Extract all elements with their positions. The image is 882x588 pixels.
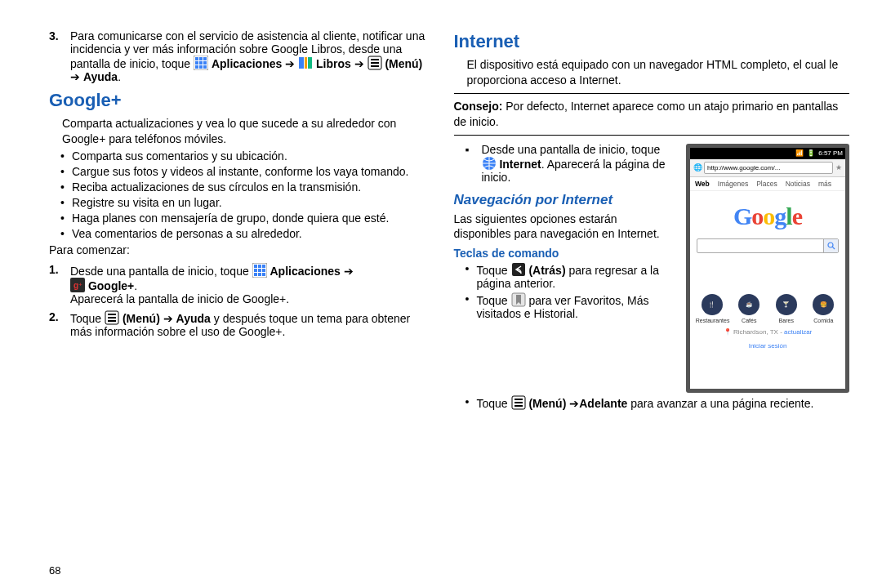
svg-point-37 xyxy=(828,243,833,247)
tab-news[interactable]: Noticias xyxy=(786,180,810,188)
category-row: 🍴Restaurantes ☕Cafés 🍸Bares 🍔Comida xyxy=(690,294,845,323)
label-menu: (Menú) xyxy=(122,312,160,325)
svg-line-38 xyxy=(832,247,835,249)
svg-rect-3 xyxy=(203,57,207,60)
bullet-item: •Cargue sus fotos y videos al instante, … xyxy=(49,165,430,178)
heading-teclas: Teclas de comando xyxy=(454,247,677,260)
tab-more[interactable]: más xyxy=(818,180,831,188)
label-ayuda: Ayuda xyxy=(83,70,118,83)
refresh-location-link[interactable]: actualizar xyxy=(784,328,812,336)
search-input[interactable] xyxy=(697,238,839,253)
back-key-icon xyxy=(511,262,526,277)
svg-rect-21 xyxy=(254,269,257,272)
svg-rect-6 xyxy=(203,61,207,65)
cmd-bullet: • Toque (Menú) ➔Adelante para avanzar a … xyxy=(454,395,850,410)
label-adelante: Adelante xyxy=(579,397,627,410)
apps-grid-icon xyxy=(252,263,267,278)
svg-rect-25 xyxy=(258,273,261,276)
consejo-label: Consejo: xyxy=(454,100,503,113)
arrow: ➔ xyxy=(354,57,364,70)
status-bar: 📶 🔋 6:57 PM xyxy=(690,148,845,159)
cat-restaurants[interactable]: 🍴Restaurantes xyxy=(696,294,728,323)
label-googleplus: Google+ xyxy=(88,279,134,292)
svg-rect-22 xyxy=(258,269,261,272)
nav-intro: Las siguientes opciones estarán disponib… xyxy=(454,212,677,243)
location-line: 📍 Richardson, TX - actualizar xyxy=(690,328,845,336)
books-icon xyxy=(298,56,313,70)
svg-rect-10 xyxy=(299,57,304,69)
apps-grid-icon xyxy=(194,56,208,70)
googleplus-icon: g+ xyxy=(70,278,85,292)
cat-food[interactable]: 🍔Comida xyxy=(807,294,840,323)
bookmark-star-icon[interactable]: ★ xyxy=(835,163,842,172)
divider xyxy=(454,135,850,136)
gplus-step-2: 2. Toque (Menú) ➔ Ayuda y después toque … xyxy=(49,310,430,338)
para-comenzar: Para comenzar: xyxy=(49,243,430,258)
internet-intro: El dispositivo está equipado con un nave… xyxy=(454,57,850,88)
label-menu: (Menú) xyxy=(528,397,566,410)
square-bullet-icon: ▪ xyxy=(466,143,482,184)
svg-rect-33 xyxy=(108,320,116,322)
step-3: 3. Para comunicarse con el servicio de a… xyxy=(49,29,430,83)
svg-rect-16 xyxy=(371,65,379,67)
divider xyxy=(454,93,850,94)
bullet-item: •Vea comentarios de personas a su alrede… xyxy=(49,227,430,240)
cat-cafes[interactable]: ☕Cafés xyxy=(733,294,765,323)
svg-rect-19 xyxy=(258,265,261,268)
svg-rect-31 xyxy=(108,314,116,315)
bookmark-icon xyxy=(511,292,526,307)
svg-rect-9 xyxy=(203,65,207,69)
cmd-bullet: • Toque (Atrás) para regresar a la págin… xyxy=(454,262,677,290)
label-menu: (Menú) xyxy=(385,57,422,70)
menu-icon xyxy=(368,56,382,70)
wifi-icon: 📶 xyxy=(795,149,804,157)
menu-icon xyxy=(511,395,526,410)
bullet-item: •Comparta sus comentarios y su ubicación… xyxy=(49,149,430,163)
svg-rect-4 xyxy=(195,61,198,65)
sign-in-link[interactable]: Iniciar sesión xyxy=(690,342,845,350)
search-icon[interactable] xyxy=(823,239,838,252)
heading-internet: Internet xyxy=(454,31,850,52)
label-libros: Libros xyxy=(316,57,351,70)
svg-rect-24 xyxy=(254,273,257,276)
bullet-item: •Registre su visita en un lugar. xyxy=(49,196,430,209)
svg-rect-11 xyxy=(305,57,307,69)
heading-navegacion: Navegación por Internet xyxy=(454,192,677,208)
svg-rect-15 xyxy=(371,62,379,64)
svg-rect-1 xyxy=(195,57,198,60)
svg-rect-8 xyxy=(199,65,203,69)
step-3-number: 3. xyxy=(49,29,70,83)
svg-text:+: + xyxy=(78,281,82,288)
menu-icon xyxy=(105,310,119,325)
svg-rect-14 xyxy=(371,59,379,60)
cat-bars[interactable]: 🍸Bares xyxy=(770,294,803,323)
svg-rect-12 xyxy=(308,57,312,69)
url-bar[interactable]: 🌐 http://www.google.com/... ★ xyxy=(690,159,845,177)
url-input[interactable]: http://www.google.com/... xyxy=(704,162,833,174)
tab-images[interactable]: Imágenes xyxy=(718,180,748,188)
bullet-item: •Reciba actualizaciones de sus círculos … xyxy=(49,180,430,194)
clock: 6:57 PM xyxy=(818,149,843,157)
consejo-line: Consejo: Por defecto, Internet aparece c… xyxy=(454,99,850,130)
globe-icon xyxy=(482,156,497,171)
label-internet: Internet xyxy=(499,158,541,171)
label-aplicaciones: Aplicaciones xyxy=(270,265,341,278)
instruction-row: ▪ Desde una pantalla de inicio, toque In… xyxy=(454,143,677,184)
phone-preview: 📶 🔋 6:57 PM 🌐 http://www.google.com/... … xyxy=(686,144,849,393)
svg-rect-23 xyxy=(262,269,265,272)
svg-rect-42 xyxy=(514,405,523,407)
svg-rect-2 xyxy=(199,57,203,60)
page-number: 68 xyxy=(49,564,60,577)
arrow: ➔ xyxy=(70,70,80,83)
tab-web[interactable]: Web xyxy=(695,180,710,188)
label-ayuda: Ayuda xyxy=(176,312,211,325)
cmd-bullet: • Toque para ver Favoritos, Más visitado… xyxy=(454,292,677,320)
tab-places[interactable]: Places xyxy=(756,180,777,188)
label-aplicaciones: Aplicaciones xyxy=(212,57,282,70)
svg-rect-40 xyxy=(514,399,523,400)
svg-rect-26 xyxy=(262,273,265,276)
svg-rect-5 xyxy=(199,61,203,65)
svg-rect-20 xyxy=(262,265,265,268)
gplus-step-1: 1. Desde una pantalla de inicio, toque A… xyxy=(49,263,430,305)
svg-rect-7 xyxy=(195,65,198,69)
